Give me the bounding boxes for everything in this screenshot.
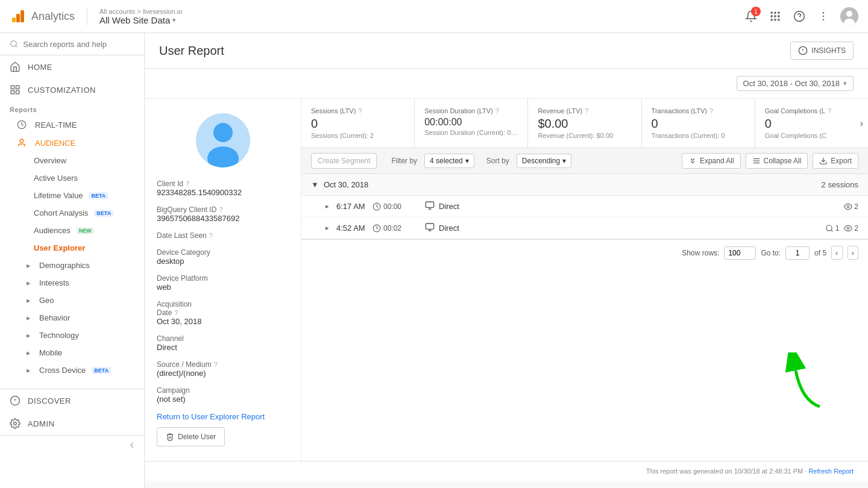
metric-sessions-ltv: Sessions (LTV) ? 0 Sessions (Current): 2	[301, 99, 415, 148]
create-segment-button[interactable]: Create Segment	[311, 153, 377, 169]
metrics-scroll-right[interactable]: ›	[860, 118, 863, 129]
delete-user-label: Delete User	[178, 433, 216, 441]
delete-user-button[interactable]: Delete User	[157, 427, 225, 446]
analytics-title: Analytics	[31, 10, 75, 23]
acquisition-date-help-icon[interactable]: ?	[174, 309, 178, 316]
search-play-icon	[825, 224, 834, 233]
audience-label: AUDIENCE	[35, 139, 75, 148]
export-button[interactable]: Export	[813, 153, 858, 169]
more-options-icon[interactable]	[816, 9, 831, 23]
user-explorer-label: User Explorer	[34, 243, 85, 252]
show-rows-label: Show rows:	[682, 249, 719, 257]
audiences-label: Audiences	[34, 226, 71, 235]
active-users-label: Active Users	[34, 174, 78, 183]
svg-rect-4	[774, 12, 776, 14]
sessions-panel-wrapper: Sessions (LTV) ? 0 Sessions (Current): 2…	[301, 99, 868, 461]
sidebar-item-discover[interactable]: DISCOVER	[0, 389, 144, 412]
next-page-button[interactable]: ›	[848, 246, 858, 260]
filter-dropdown-icon: ▾	[465, 157, 469, 165]
page-input[interactable]	[785, 246, 810, 260]
svg-rect-11	[778, 19, 779, 20]
sort-by-selector[interactable]: Descending ▾	[517, 154, 571, 168]
insights-button[interactable]: INSIGHTS	[790, 42, 854, 60]
revenue-help[interactable]: ?	[585, 107, 588, 114]
sidebar-item-realtime[interactable]: REAL-TIME	[0, 116, 144, 134]
date-last-seen-field: Date Last Seen ?	[157, 231, 289, 240]
sidebar-item-overview[interactable]: Overview	[0, 152, 144, 169]
expand-all-label: Expand All	[700, 157, 734, 165]
metric-transactions-value: 0	[652, 117, 745, 131]
source-medium-help-icon[interactable]: ?	[214, 361, 218, 368]
refresh-report-link[interactable]: Refresh Report	[808, 468, 854, 475]
collapse-all-button[interactable]: Collapse All	[746, 153, 808, 169]
device-platform-field: Device Platform web	[157, 274, 289, 292]
property-dropdown-icon: ▾	[172, 16, 176, 24]
session-2-toggle[interactable]: ▸	[326, 224, 329, 232]
sessions-ltv-help[interactable]: ?	[358, 107, 362, 114]
sidebar-item-audiences[interactable]: Audiences NEW	[0, 222, 144, 239]
notifications-icon[interactable]: 1	[744, 9, 758, 23]
bigquery-help-icon[interactable]: ?	[219, 206, 222, 213]
rows-select[interactable]: 100 25 50	[724, 246, 756, 260]
sidebar-item-cross-device[interactable]: ▸ Cross Device BETA	[0, 361, 144, 379]
date-last-seen-help-icon[interactable]: ?	[209, 232, 213, 239]
cross-device-badge: BETA	[92, 367, 111, 374]
user-content: Client Id ? 923348285.1540900332 BigQuer…	[145, 99, 868, 461]
session-2-view[interactable]: 2	[844, 224, 858, 233]
sidebar-item-lifetime-value[interactable]: Lifetime Value BETA	[0, 187, 144, 204]
sidebar: HOME CUSTOMIZATION Reports REAL-TIME	[0, 33, 145, 488]
transactions-help[interactable]: ?	[709, 107, 713, 114]
svg-line-52	[831, 230, 832, 231]
sidebar-item-mobile[interactable]: ▸ Mobile	[0, 344, 144, 361]
metric-sessions-ltv-value: 0	[311, 117, 404, 131]
date-range-selector[interactable]: Oct 30, 2018 - Oct 30, 2018 ▾	[737, 76, 854, 91]
return-link[interactable]: Return to User Explorer Report	[157, 412, 289, 421]
session-2-actions: 1 2	[825, 224, 858, 233]
sidebar-item-behavior[interactable]: ▸ Behavior	[0, 309, 144, 327]
sidebar-collapse[interactable]	[0, 435, 144, 455]
top-nav: Analytics All accounts > livesession.io …	[0, 0, 868, 33]
help-icon[interactable]	[792, 9, 807, 23]
lifetime-value-label: Lifetime Value	[34, 191, 83, 200]
sidebar-item-geo[interactable]: ▸ Geo	[0, 292, 144, 309]
session-2-hit[interactable]: 1	[825, 224, 840, 233]
realtime-label: REAL-TIME	[35, 120, 77, 130]
avatar[interactable]	[840, 7, 858, 25]
date-range-bar: Oct 30, 2018 - Oct 30, 2018 ▾	[145, 69, 868, 99]
channel-label: Channel	[157, 334, 289, 343]
sidebar-item-active-users[interactable]: Active Users	[0, 169, 144, 187]
sidebar-item-admin[interactable]: ADMIN	[0, 412, 144, 435]
sidebar-item-demographics[interactable]: ▸ Demographics	[0, 257, 144, 274]
user-avatar	[196, 113, 250, 167]
grid-icon[interactable]	[768, 9, 782, 23]
session-duration-help[interactable]: ?	[495, 107, 499, 114]
search-input[interactable]	[23, 40, 134, 49]
channel-value: Direct	[157, 343, 289, 352]
filter-by-selector[interactable]: 4 selected ▾	[424, 154, 474, 168]
session-row-2: ▸ 4:52 AM 00:02	[301, 217, 868, 239]
sidebar-item-cohort-analysis[interactable]: Cohort Analysis BETA	[0, 204, 144, 222]
sidebar-item-customization[interactable]: CUSTOMIZATION	[0, 78, 144, 101]
sidebar-item-technology[interactable]: ▸ Technology	[0, 327, 144, 344]
sidebar-item-interests[interactable]: ▸ Interests	[0, 274, 144, 292]
svg-point-36	[213, 123, 233, 142]
session-1-view[interactable]: 2	[844, 202, 858, 211]
source-medium-field: Source / Medium ? (direct)/(none)	[157, 360, 289, 378]
cohort-analysis-label: Cohort Analysis	[34, 208, 88, 217]
sidebar-item-user-explorer[interactable]: User Explorer	[0, 239, 144, 257]
session-1-toggle[interactable]: ▸	[326, 202, 329, 210]
metric-goal-sub: Goal Completions (C	[765, 132, 858, 139]
technology-label: Technology	[39, 331, 79, 340]
expand-all-button[interactable]: Expand All	[682, 153, 741, 169]
goal-help[interactable]: ?	[828, 107, 831, 114]
svg-point-27	[20, 139, 23, 142]
session-count: 2 sessions	[822, 180, 858, 189]
session-group-header[interactable]: ▼ Oct 30, 2018 2 sessions	[301, 174, 868, 196]
sidebar-item-home[interactable]: HOME	[0, 55, 144, 78]
main-layout: HOME CUSTOMIZATION Reports REAL-TIME	[0, 33, 868, 488]
property-selector[interactable]: All Web Site Data ▾	[99, 15, 182, 25]
prev-page-button[interactable]: ‹	[831, 246, 842, 260]
metric-transactions: Transactions (LTV) ? 0 Transactions (Cur…	[642, 99, 755, 148]
client-id-help-icon[interactable]: ?	[186, 180, 189, 187]
sidebar-item-audience[interactable]: AUDIENCE	[0, 134, 144, 152]
